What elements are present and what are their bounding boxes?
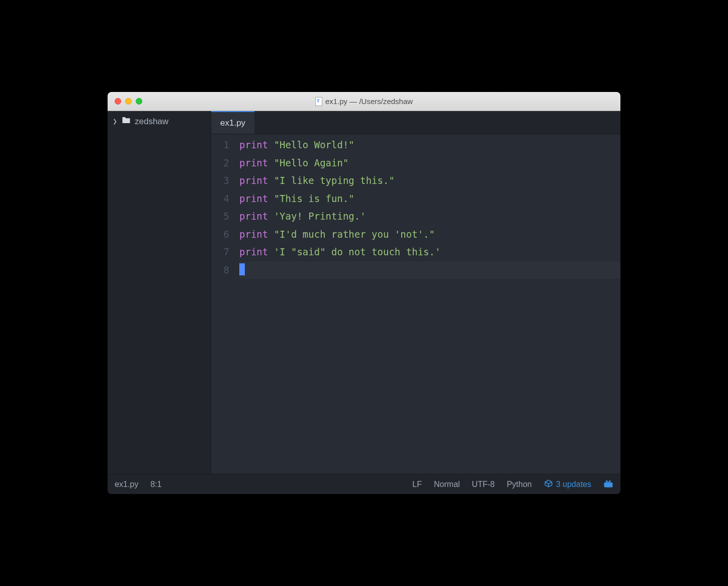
keyword-token: print [239, 193, 268, 204]
app-window: ex1.py — /Users/zedshaw ❯ zedshaw ex1.py… [108, 92, 620, 494]
editor-pane: ex1.py 12345678 print "Hello World!"prin… [211, 111, 620, 474]
code-line[interactable]: print "I like typing this." [239, 172, 620, 190]
titlebar[interactable]: ex1.py — /Users/zedshaw [108, 92, 620, 111]
line-number: 4 [211, 190, 229, 208]
window-title-area: ex1.py — /Users/zedshaw [108, 97, 620, 106]
string-token: "Hello World!" [274, 139, 354, 150]
squirrel-icon[interactable] [603, 478, 613, 491]
status-right: LF Normal UTF-8 Python 3 updates [412, 478, 613, 491]
string-token: 'Yay! Printing.' [274, 211, 366, 222]
keyword-token: print [239, 157, 268, 168]
document-icon [315, 97, 322, 106]
text-token [268, 229, 274, 240]
line-number: 2 [211, 154, 229, 172]
string-token: 'I "said" do not touch this.' [274, 246, 441, 257]
cursor [239, 263, 245, 275]
status-left: ex1.py 8:1 [115, 480, 161, 489]
text-token [268, 139, 274, 150]
status-bar: ex1.py 8:1 LF Normal UTF-8 Python 3 upda… [108, 474, 620, 494]
status-cursor-position[interactable]: 8:1 [150, 480, 161, 489]
status-wrap-mode[interactable]: Normal [434, 480, 460, 489]
line-number: 3 [211, 172, 229, 190]
code-line[interactable]: print "I'd much rather you 'not'." [239, 226, 620, 244]
string-token: "Hello Again" [274, 157, 349, 168]
string-token: "I like typing this." [274, 175, 395, 186]
keyword-token: print [239, 229, 268, 240]
code-line[interactable]: print 'I "said" do not touch this.' [239, 243, 620, 261]
status-line-ending[interactable]: LF [412, 480, 422, 489]
text-token [268, 175, 274, 186]
line-number: 1 [211, 136, 229, 154]
file-tree-sidebar[interactable]: ❯ zedshaw [108, 111, 211, 474]
status-encoding[interactable]: UTF-8 [472, 480, 495, 489]
traffic-lights [108, 98, 142, 105]
keyword-token: print [239, 246, 268, 257]
code-line[interactable]: print 'Yay! Printing.' [239, 208, 620, 226]
line-number: 5 [211, 208, 229, 226]
keyword-token: print [239, 139, 268, 150]
code-editor[interactable]: 12345678 print "Hello World!"print "Hell… [211, 134, 620, 474]
package-icon [544, 479, 553, 490]
line-number: 8 [211, 261, 229, 279]
tab-label: ex1.py [220, 118, 245, 128]
status-filename[interactable]: ex1.py [115, 480, 138, 489]
maximize-button[interactable] [136, 98, 142, 105]
string-token: "I'd much rather you 'not'." [274, 229, 435, 240]
line-number: 6 [211, 226, 229, 244]
code-content[interactable]: print "Hello World!"print "Hello Again"p… [235, 134, 620, 474]
folder-label: zedshaw [135, 117, 168, 127]
code-line[interactable]: print "Hello World!" [239, 136, 620, 154]
text-token [268, 193, 274, 204]
text-token [268, 211, 274, 222]
updates-label: 3 updates [556, 480, 591, 489]
line-number: 7 [211, 243, 229, 261]
code-line[interactable]: print "This is fun." [239, 190, 620, 208]
text-token [268, 157, 274, 168]
chevron-right-icon: ❯ [113, 118, 118, 125]
code-line[interactable]: print "Hello Again" [239, 154, 620, 172]
text-token [268, 246, 274, 257]
status-updates[interactable]: 3 updates [544, 479, 591, 490]
keyword-token: print [239, 211, 268, 222]
close-button[interactable] [115, 98, 121, 105]
window-title: ex1.py — /Users/zedshaw [325, 97, 413, 106]
workspace: ❯ zedshaw ex1.py 12345678 print "Hello W… [108, 111, 620, 474]
minimize-button[interactable] [125, 98, 132, 105]
folder-icon [122, 116, 131, 127]
code-line[interactable] [239, 261, 620, 279]
keyword-token: print [239, 175, 268, 186]
status-language[interactable]: Python [507, 480, 532, 489]
tab-ex1[interactable]: ex1.py [211, 111, 254, 134]
string-token: "This is fun." [274, 193, 354, 204]
tab-bar[interactable]: ex1.py [211, 111, 620, 134]
line-number-gutter: 12345678 [211, 134, 235, 474]
tree-root-folder[interactable]: ❯ zedshaw [108, 111, 211, 132]
